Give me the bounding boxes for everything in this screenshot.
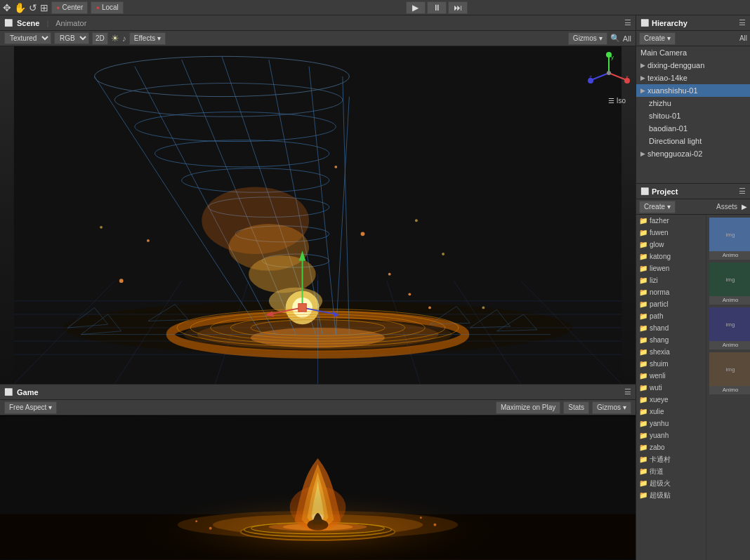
folder-item-20[interactable]: 📁卡通村 [636, 453, 706, 465]
play-button[interactable]: ▶ [406, 1, 426, 14]
free-aspect-button[interactable]: Free Aspect ▾ [4, 401, 57, 414]
hierarchy-item-5[interactable]: shitou-01 [636, 109, 750, 122]
folder-item-18[interactable]: 📁yuanh [636, 429, 706, 441]
scene-tab[interactable]: Scene [17, 19, 39, 27]
free-aspect-label: Free Aspect [9, 404, 46, 411]
play-controls: ▶ ⏸ ⏭ [406, 1, 468, 14]
2d-button[interactable]: 2D [92, 32, 108, 45]
hierarchy-arrow-1: ▶ [640, 62, 645, 69]
folder-item-2[interactable]: 📁glow [636, 239, 706, 251]
local-dot: ● [96, 4, 99, 11]
iso-label: ☰ Iso [608, 97, 626, 105]
folder-item-12[interactable]: 📁shuim [636, 358, 706, 370]
asset-preview-1: img [709, 262, 750, 296]
project-create-btn[interactable]: Create ▾ [639, 201, 676, 213]
folder-item-16[interactable]: 📁xulie [636, 406, 706, 418]
asset-thumb-3[interactable]: img Animo [709, 352, 750, 394]
scene-menu-btn[interactable]: ☰ [624, 18, 631, 27]
folder-item-0[interactable]: 📁fazher [636, 215, 706, 227]
hierarchy-item-0[interactable]: Main Camera [636, 46, 750, 59]
folder-item-1[interactable]: 📁fuwen [636, 227, 706, 239]
folder-item-14[interactable]: 📁wuti [636, 382, 706, 394]
folder-item-9[interactable]: 📁shand [636, 322, 706, 334]
animator-tab[interactable]: Animator [55, 19, 86, 27]
asset-label-1: Animo [709, 296, 750, 304]
asset-thumb-1[interactable]: img Animo [709, 262, 750, 305]
svg-point-52 [361, 232, 365, 236]
folder-item-7[interactable]: 📁particl [636, 298, 706, 310]
game-menu-btn[interactable]: ☰ [624, 387, 631, 396]
center-button[interactable]: ● Center [51, 1, 88, 14]
game-tab[interactable]: Game [17, 388, 39, 396]
hierarchy-item-4[interactable]: zhizhu [636, 97, 750, 109]
folder-item-13[interactable]: 📁wenli [636, 370, 706, 382]
tool-icon-move: ✥ [3, 2, 11, 13]
svg-point-53 [388, 273, 391, 276]
stats-button[interactable]: Stats [563, 401, 589, 414]
folder-item-4[interactable]: 📁liewen [636, 262, 706, 274]
project-create-label: Create [644, 203, 665, 211]
folder-item-21[interactable]: 📁街道 [636, 465, 706, 477]
folder-item-3[interactable]: 📁katong [636, 251, 706, 262]
folder-icon-14: 📁 [639, 384, 647, 392]
scene-viewport: y x z [0, 46, 636, 384]
color-mode-select[interactable]: RGB [54, 32, 89, 44]
folder-icon-6: 📁 [639, 288, 647, 296]
folder-icon-7: 📁 [639, 300, 647, 308]
maximize-on-play-button[interactable]: Maximize on Play [496, 401, 560, 414]
svg-point-60 [442, 253, 445, 255]
game-gizmos-label: Gizmos [597, 404, 621, 411]
assets-label: Assets [716, 203, 737, 211]
draw-mode-select[interactable]: Textured [4, 32, 51, 44]
effects-button[interactable]: Effects ▾ [129, 32, 166, 45]
folder-icon-8: 📁 [639, 312, 647, 320]
svg-line-75 [609, 73, 626, 80]
hierarchy-icon: ⬜ [640, 19, 649, 27]
pause-button[interactable]: ⏸ [427, 1, 447, 14]
asset-thumb-0[interactable]: img Animo [709, 218, 750, 260]
svg-point-58 [428, 306, 431, 309]
folder-item-6[interactable]: 📁norma [636, 286, 706, 298]
project-header: ⬜ Project ☰ [636, 184, 750, 199]
folder-icon-20: 📁 [639, 455, 647, 463]
hierarchy-arrow-3: ▶ [640, 87, 645, 94]
game-gizmos-button[interactable]: Gizmos ▾ [592, 401, 631, 414]
local-button[interactable]: ● Local [91, 1, 123, 14]
hierarchy-menu-btn[interactable]: ☰ [739, 18, 746, 27]
svg-text:y: y [611, 54, 614, 60]
hierarchy-item-1[interactable]: ▶ dixing-dengguan [636, 59, 750, 72]
hierarchy-item-3[interactable]: ▶ xuanshishu-01 [636, 84, 750, 97]
folder-item-11[interactable]: 📁shexia [636, 346, 706, 358]
asset-label-0: Animo [709, 251, 750, 259]
svg-point-54 [408, 293, 411, 295]
audio-icon: ♪ [122, 34, 126, 44]
step-button[interactable]: ⏭ [448, 1, 468, 14]
gizmos-button[interactable]: Gizmos ▾ [568, 32, 607, 45]
folder-item-22[interactable]: 📁超级火 [636, 477, 706, 489]
asset-preview-3: img [709, 352, 750, 386]
folder-icon-4: 📁 [639, 265, 647, 272]
asset-thumb-2[interactable]: img Animo [709, 307, 750, 349]
gizmo-svg: y x z [588, 52, 630, 94]
center-dot: ● [56, 4, 60, 11]
hierarchy-item-2[interactable]: ▶ texiao-14ke [636, 72, 750, 84]
search-icon: 🔍 [610, 34, 620, 43]
folder-item-15[interactable]: 📁xueye [636, 394, 706, 406]
svg-rect-69 [298, 304, 306, 312]
folder-item-23[interactable]: 📁超级贴 [636, 489, 706, 501]
hierarchy-item-7[interactable]: Directional light [636, 135, 750, 147]
folder-item-5[interactable]: 📁lizi [636, 274, 706, 286]
folder-item-8[interactable]: 📁path [636, 310, 706, 322]
game-panel-icon: ⬜ [4, 388, 13, 396]
scene-panel-icon: ⬜ [4, 19, 13, 27]
folder-item-17[interactable]: 📁yanhu [636, 418, 706, 429]
folder-item-10[interactable]: 📁shang [636, 334, 706, 346]
folder-icon-0: 📁 [639, 217, 647, 225]
folder-item-19[interactable]: 📁zabo [636, 441, 706, 453]
assets-panel: img Animo img Animo img Animo img Animo [706, 215, 750, 560]
project-menu-btn[interactable]: ☰ [739, 187, 746, 196]
hierarchy-item-6[interactable]: baodian-01 [636, 122, 750, 135]
hierarchy-item-8[interactable]: ▶ shengguozai-02 [636, 147, 750, 160]
hierarchy-create-btn[interactable]: Create ▾ [639, 32, 676, 45]
scene-panel: ⬜ Scene | Animator ☰ Textured RGB 2D ☀ ♪… [0, 15, 636, 384]
